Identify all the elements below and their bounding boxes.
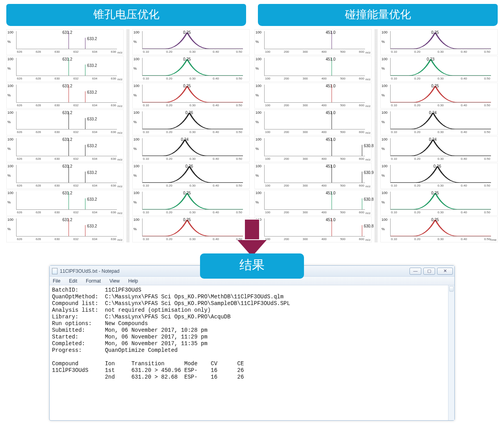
- ms-mini-chart: 100%m/z631.2633.2626628630632634636: [6, 29, 124, 55]
- rt-mini-chart: 100%0.260.100.200.300.400.50: [132, 163, 250, 189]
- ms-mini-chart: 100%m/z451.0100200300400500600: [254, 83, 372, 109]
- ms-mini-chart: 100%m/z451.0100200300400500600: [254, 56, 372, 82]
- collision-title: 碰撞能量优化: [258, 4, 498, 26]
- ms-mini-chart: 100%m/z631.2633.2626628630632634636: [6, 216, 124, 242]
- rt-mini-chart: 100%0.240.100.200.300.400.50: [380, 109, 498, 135]
- rt-mini-chart: 100%0.260.100.200.300.400.50: [380, 163, 498, 189]
- rt-mini-chart: 100%0.250.100.200.300.400.50: [132, 216, 250, 242]
- rt-mini-chart: 100%0.250.100.200.300.400.50: [132, 56, 250, 82]
- cone-block: 100%m/z631.2633.2626628630632634636100%m…: [6, 29, 250, 242]
- rt-mini-chart: 100%0.260.100.200.300.400.50: [132, 109, 250, 135]
- rt-mini-chart: 100%0.250.100.200.300.400.50: [380, 29, 498, 55]
- ms-mini-chart: 100%m/z451.0630.8100200300400500600: [254, 136, 372, 162]
- rt-mini-chart: 100%0.230.100.200.300.400.50: [380, 56, 498, 82]
- cone-title: 锥孔电压优化: [6, 4, 246, 26]
- notepad-body[interactable]: BatchID: 11ClPF3OUdS QuanOptMethod: C:\M…: [50, 285, 454, 420]
- divider: [375, 29, 377, 242]
- ms-mini-chart: 100%m/z631.2633.2626628630632634636: [6, 56, 124, 82]
- rt-mini-chart: 100%0.250.100.200.300.400.50: [380, 83, 498, 109]
- collision-rt-column: 100%0.250.100.200.300.400.50100%0.230.10…: [380, 29, 498, 242]
- ms-mini-chart: 100%m/z451.0630.9100200300400500600: [254, 163, 372, 189]
- rt-mini-chart: 100%0.250.100.200.300.400.50: [132, 29, 250, 55]
- results-title-wrap: 结果: [6, 253, 498, 279]
- scroll-up-icon[interactable]: [449, 286, 454, 292]
- collision-ms-column: 100%m/z451.0100200300400500600100%m/z451…: [254, 29, 372, 242]
- rt-mini-chart: 100%0.240.100.200.300.400.50: [132, 136, 250, 162]
- page: 锥孔电压优化 碰撞能量优化 100%m/z631.2633.2626628630…: [0, 0, 504, 429]
- ms-mini-chart: 100%m/z451.0630.8100200300400500600: [254, 216, 372, 242]
- rt-mini-chart: 100%0.250.100.200.300.400.50: [132, 190, 250, 216]
- results-title: 结果: [200, 253, 304, 279]
- notepad-text[interactable]: BatchID: 11ClPF3OUdS QuanOptMethod: C:\M…: [52, 287, 452, 381]
- rt-mini-chart: 100%0.250.100.200.300.400.50: [380, 190, 498, 216]
- ms-mini-chart: 100%m/z451.0630.8100200300400500600: [254, 190, 372, 216]
- rt-mini-chart: 100%0.250.100.200.300.400.50: [132, 83, 250, 109]
- notepad-window: 11ClPF3OUdS.txt - Notepad — ▢ ✕ File Edi…: [49, 265, 455, 421]
- ms-mini-chart: 100%m/z451.0100200300400500600: [254, 29, 372, 55]
- ms-mini-chart: 100%m/z451.0100200300400500600: [254, 109, 372, 135]
- ms-mini-chart: 100%m/z631.2633.2626628630632634636: [6, 109, 124, 135]
- ms-mini-chart: 100%m/z631.2633.2626628630632634636: [6, 83, 124, 109]
- ms-mini-chart: 100%m/z631.2633.2626628630632634636: [6, 163, 124, 189]
- section-titles: 锥孔电压优化 碰撞能量优化: [6, 4, 498, 26]
- rt-mini-chart: 100%Time0.250.100.200.300.400.50: [380, 216, 498, 242]
- charts-area: 100%m/z631.2633.2626628630632634636100%m…: [6, 29, 498, 242]
- ms-mini-chart: 100%m/z631.2633.2626628630632634636: [6, 136, 124, 162]
- cone-rt-column: 100%0.250.100.200.300.400.50100%0.250.10…: [132, 29, 250, 242]
- ms-mini-chart: 100%m/z631.2633.2626628630632634636: [6, 190, 124, 216]
- cone-ms-column: 100%m/z631.2633.2626628630632634636100%m…: [6, 29, 124, 242]
- rt-mini-chart: 100%0.240.100.200.300.400.50: [380, 136, 498, 162]
- collision-block: 100%m/z451.0100200300400500600100%m/z451…: [254, 29, 498, 242]
- scrollbar[interactable]: [448, 285, 454, 420]
- divider: [127, 29, 129, 242]
